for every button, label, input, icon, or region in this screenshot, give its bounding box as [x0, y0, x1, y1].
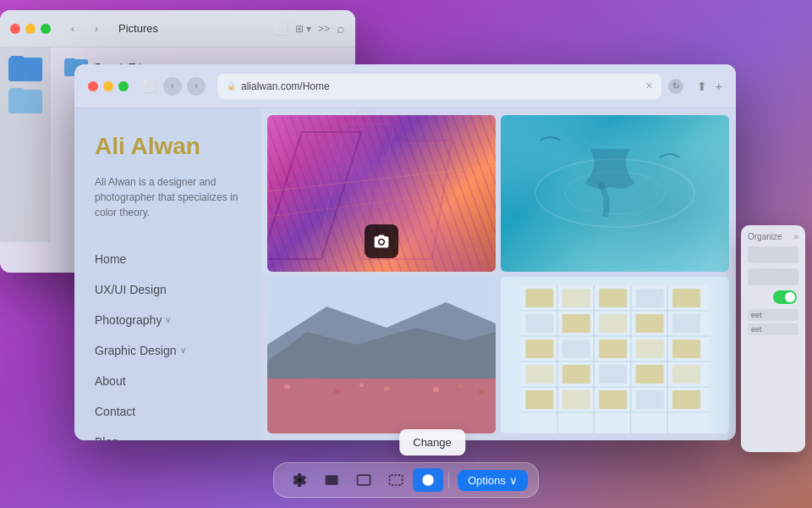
svg-point-12: [310, 381, 314, 384]
website-content: Ali Alwan Ali Alwan is a designer and ph…: [74, 108, 736, 440]
dock-divider: [448, 472, 449, 489]
org-label-1: eet: [748, 309, 798, 321]
back-button[interactable]: ‹: [64, 20, 81, 37]
nav-item-blog[interactable]: Blog: [95, 427, 240, 440]
gallery-item-2[interactable]: [501, 115, 729, 272]
window-title: Pictures: [118, 22, 158, 35]
browser-traffic-lights: [88, 81, 129, 91]
toggle-switch[interactable]: [773, 290, 797, 304]
nav-item-photography[interactable]: Photography ∨: [95, 305, 240, 335]
svg-rect-48: [599, 365, 627, 384]
gallery-item-3[interactable]: [267, 277, 496, 433]
svg-rect-47: [562, 365, 590, 384]
svg-point-14: [359, 384, 364, 387]
svg-rect-58: [358, 475, 370, 485]
share-icon[interactable]: ⬆: [697, 80, 707, 93]
dock-rect1-button[interactable]: [316, 468, 347, 492]
svg-rect-49: [636, 365, 664, 384]
nav-item-graphic-design[interactable]: Graphic Design ∨: [95, 335, 240, 366]
svg-rect-34: [636, 289, 664, 307]
svg-rect-39: [636, 314, 664, 333]
more-button[interactable]: >>: [318, 23, 330, 35]
toggle-knob: [785, 292, 795, 302]
refresh-icon[interactable]: ↻: [668, 79, 683, 94]
dock-rect3-button[interactable]: [381, 468, 411, 492]
svg-rect-59: [390, 475, 403, 485]
nav-item-contact[interactable]: Contact: [95, 396, 240, 427]
organizer-panel: Organize » eet eet: [741, 225, 805, 452]
organizer-expand-icon[interactable]: »: [793, 232, 798, 241]
nav-item-uxui[interactable]: UX/UI Design: [95, 274, 240, 305]
svg-rect-43: [599, 340, 627, 358]
file-titlebar: ‹ › Pictures ⬜ ⊞ ▾ >> ⌕: [0, 10, 355, 47]
sidebar-toggle-icon[interactable]: ⬜: [142, 80, 156, 93]
nav-item-home[interactable]: Home: [95, 244, 240, 274]
file-sidebar: [0, 47, 51, 242]
browser-forward-button[interactable]: ›: [187, 77, 206, 96]
dock-rect2-button[interactable]: [348, 468, 379, 492]
gallery-grid: [261, 108, 736, 440]
browser-titlebar: ⬜ ‹ › 🔒 alialwan.com/Home ✕ ↻ ⬆ +: [74, 64, 736, 108]
svg-rect-57: [326, 475, 338, 485]
close-button[interactable]: [10, 24, 20, 34]
organizer-labels: eet eet: [748, 309, 798, 335]
svg-rect-36: [525, 314, 553, 333]
change-label: Change: [413, 436, 452, 449]
svg-point-17: [433, 387, 439, 392]
svg-rect-54: [636, 390, 664, 409]
browser-actions: ⬆ +: [697, 80, 722, 93]
svg-rect-46: [525, 365, 553, 384]
graphic-design-chevron: ∨: [180, 345, 186, 355]
site-sidebar: Ali Alwan Ali Alwan is a designer and ph…: [74, 108, 261, 440]
camera-icon: [365, 224, 398, 258]
svg-rect-37: [562, 314, 590, 333]
options-button[interactable]: Options ∨: [458, 470, 528, 491]
monitor-icon: ⬜: [274, 22, 288, 36]
browser-maximize-button[interactable]: [118, 81, 129, 91]
sidebar-folder-2[interactable]: [8, 86, 42, 113]
svg-rect-40: [672, 314, 700, 333]
options-label: Options: [468, 474, 506, 487]
site-description: Ali Alwan is a designer and photographer…: [95, 174, 240, 220]
options-chevron: ∨: [509, 474, 518, 487]
svg-rect-53: [599, 390, 627, 409]
svg-point-11: [284, 384, 290, 389]
site-nav: Home UX/UI Design Photography ∨ Graphic …: [95, 244, 240, 440]
gallery-item-1[interactable]: [267, 115, 496, 272]
traffic-lights: [10, 24, 51, 34]
photography-chevron: ∨: [165, 315, 171, 324]
lock-icon: 🔒: [226, 81, 236, 91]
organizer-toggle-row: [748, 290, 798, 304]
svg-rect-33: [599, 289, 627, 307]
organizer-row-2: [748, 268, 798, 285]
browser-back-button[interactable]: ‹: [163, 77, 182, 96]
view-toggle[interactable]: ⊞ ▾: [295, 23, 311, 35]
svg-point-15: [383, 386, 389, 391]
dock-stop-button[interactable]: [413, 468, 443, 492]
maximize-button[interactable]: [41, 24, 51, 34]
dock: Options ∨: [273, 462, 539, 498]
dock-settings-button[interactable]: [284, 468, 315, 492]
url-bar[interactable]: 🔒 alialwan.com/Home ✕: [217, 74, 661, 99]
browser-minimize-button[interactable]: [103, 81, 113, 91]
url-clear-icon[interactable]: ✕: [645, 80, 653, 91]
svg-line-4: [267, 187, 496, 217]
forward-button[interactable]: ›: [88, 20, 105, 37]
svg-rect-45: [672, 340, 700, 358]
svg-rect-38: [599, 314, 627, 333]
new-tab-icon[interactable]: +: [716, 80, 722, 93]
minimize-button[interactable]: [25, 24, 36, 34]
svg-rect-52: [562, 390, 590, 409]
change-tooltip: Change: [399, 429, 465, 456]
sidebar-folder-1[interactable]: [8, 54, 42, 81]
search-icon[interactable]: ⌕: [337, 21, 345, 36]
svg-rect-0: [267, 132, 361, 259]
svg-rect-51: [525, 390, 553, 409]
svg-rect-44: [636, 340, 664, 358]
browser-close-button[interactable]: [88, 81, 98, 91]
svg-rect-35: [672, 289, 700, 307]
nav-item-about[interactable]: About: [95, 366, 240, 396]
svg-point-60: [422, 474, 433, 485]
svg-rect-50: [672, 365, 700, 384]
gallery-item-4[interactable]: [501, 277, 729, 433]
